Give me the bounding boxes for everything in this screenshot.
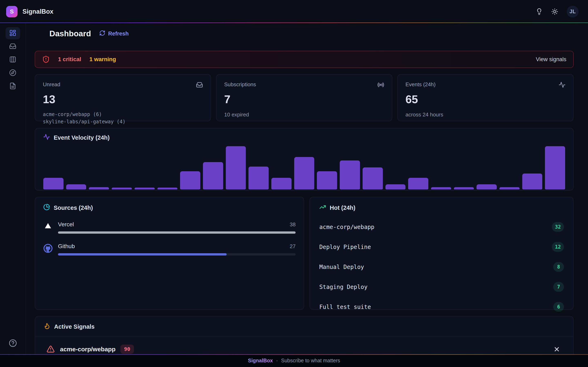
- alert-triangle-icon: [47, 345, 55, 353]
- inbox-icon: [9, 43, 16, 50]
- refresh-label: Refresh: [108, 31, 129, 37]
- source-row-vercel: Vercel38: [43, 221, 296, 234]
- stat-card-events-24h-: Events (24h)65across 24 hours: [397, 74, 574, 121]
- footer-tagline: Subscribe to what matters: [281, 358, 340, 364]
- source-progress-fill: [58, 253, 227, 256]
- stat-card-subline: skyline-labs/api-gateway (4): [43, 118, 203, 125]
- stat-card-value: 13: [43, 93, 203, 106]
- hot-row[interactable]: Staging Deploy7: [319, 282, 564, 292]
- flame-icon: [44, 323, 51, 331]
- stat-card-subline: across 24 hours: [406, 111, 566, 119]
- page-title: Dashboard: [49, 29, 91, 38]
- source-name: Github: [58, 243, 75, 250]
- github-icon: [43, 243, 53, 256]
- columns-icon: [9, 56, 16, 64]
- hot-row-count-badge: 8: [553, 262, 564, 272]
- activity-icon: [559, 81, 566, 89]
- sidebar-item-inbox[interactable]: [6, 40, 20, 53]
- app-logo-letter: S: [10, 8, 14, 15]
- footer-separator: ·: [276, 358, 278, 364]
- theme-sun-icon[interactable]: [551, 8, 558, 15]
- hot-row-name: Full test suite: [319, 304, 371, 310]
- stat-card-sublines: across 24 hours: [406, 111, 566, 119]
- velocity-bar: [408, 178, 428, 189]
- refresh-icon: [99, 30, 105, 38]
- hot-row-count-badge: 32: [552, 222, 564, 232]
- active-signals-card: Active Signals acme-corp/webapp 90 Test …: [35, 316, 574, 354]
- velocity-bar: [385, 184, 406, 189]
- hot-row[interactable]: Manual Deploy8: [319, 262, 564, 272]
- hot-row-count-badge: 6: [553, 302, 564, 312]
- main-content: Dashboard Refresh 1 critical 1 warning V…: [26, 23, 588, 354]
- hot-row-count-badge: 7: [553, 282, 564, 292]
- hot-list: acme-corp/webapp32Deploy Pipeline12Manua…: [319, 222, 564, 312]
- compass-icon: [9, 69, 16, 77]
- hot-row[interactable]: acme-corp/webapp32: [319, 222, 564, 232]
- stat-cards-row: Unread13acme-corp/webapp (6)skyline-labs…: [35, 74, 574, 121]
- source-progress-fill: [58, 231, 296, 234]
- hot-card: Hot (24h) acme-corp/webapp32Deploy Pipel…: [310, 197, 574, 310]
- hot-row-name: Staging Deploy: [319, 284, 367, 290]
- velocity-title: Event Velocity (24h): [54, 134, 110, 141]
- velocity-bar: [454, 187, 474, 189]
- velocity-bar: [294, 157, 314, 189]
- help-button[interactable]: [9, 339, 17, 348]
- velocity-bar: [203, 162, 223, 189]
- source-row-github: Github27: [43, 243, 296, 256]
- stat-card-value: 7: [224, 93, 384, 106]
- hot-title: Hot (24h): [330, 205, 355, 211]
- velocity-bar: [363, 167, 383, 189]
- velocity-bar-chart: [43, 146, 565, 189]
- source-progress-track: [58, 231, 296, 234]
- velocity-bar: [522, 174, 543, 189]
- sidebar-item-explore[interactable]: [6, 67, 20, 79]
- close-icon[interactable]: [553, 345, 560, 354]
- signal-row: acme-corp/webapp 90 Test suite has faile…: [35, 336, 573, 354]
- source-value: 38: [290, 221, 296, 228]
- stat-card-sublines: 10 expired: [224, 111, 384, 119]
- stat-card-value: 65: [406, 93, 566, 106]
- sources-title: Sources (24h): [54, 205, 93, 211]
- help-circle-icon: [9, 344, 17, 348]
- stat-card-sublines: acme-corp/webapp (6)skyline-labs/api-gat…: [43, 111, 203, 125]
- sidebar-item-dashboard[interactable]: [6, 27, 20, 39]
- refresh-button[interactable]: Refresh: [99, 30, 129, 38]
- app-logo: S: [6, 6, 17, 17]
- velocity-bar: [499, 187, 520, 189]
- sidebar: [0, 23, 26, 354]
- source-name: Vercel: [58, 221, 74, 228]
- file-text-icon: [9, 82, 16, 90]
- hot-row-name: Manual Deploy: [319, 264, 364, 270]
- velocity-bar: [431, 187, 451, 189]
- hot-row-name: Deploy Pipeline: [319, 244, 371, 250]
- sidebar-item-columns[interactable]: [6, 54, 20, 66]
- view-signals-link[interactable]: View signals: [536, 56, 566, 63]
- user-avatar[interactable]: JL: [567, 6, 579, 17]
- velocity-bar: [43, 178, 63, 189]
- stat-card-subline: 10 expired: [224, 111, 384, 119]
- sources-card: Sources (24h) Vercel38Github27: [35, 197, 304, 310]
- velocity-bar: [476, 184, 497, 189]
- footer: SignalBox · Subscribe to what matters: [0, 354, 588, 367]
- inbox-icon: [196, 81, 203, 89]
- source-value: 27: [290, 243, 296, 250]
- vercel-icon: [43, 221, 53, 234]
- event-velocity-card: Event Velocity (24h): [35, 128, 574, 191]
- signal-name: acme-corp/webapp: [60, 346, 116, 353]
- velocity-bar: [340, 160, 360, 189]
- footer-brand: SignalBox: [248, 358, 273, 364]
- pie-chart-icon: [43, 204, 50, 212]
- sources-list: Vercel38Github27: [43, 221, 296, 256]
- active-signals-title: Active Signals: [54, 323, 95, 330]
- dashboard-grid-icon: [9, 29, 16, 37]
- lightbulb-icon[interactable]: [536, 8, 543, 15]
- velocity-bar: [226, 146, 246, 189]
- sidebar-item-docs[interactable]: [6, 80, 20, 92]
- source-progress-track: [58, 253, 296, 256]
- velocity-bar: [271, 178, 292, 189]
- hot-row[interactable]: Deploy Pipeline12: [319, 242, 564, 252]
- critical-count: 1 critical: [58, 56, 81, 63]
- stat-card-subline: acme-corp/webapp (6): [43, 111, 203, 118]
- shield-alert-icon: [42, 55, 50, 63]
- hot-row[interactable]: Full test suite6: [319, 302, 564, 312]
